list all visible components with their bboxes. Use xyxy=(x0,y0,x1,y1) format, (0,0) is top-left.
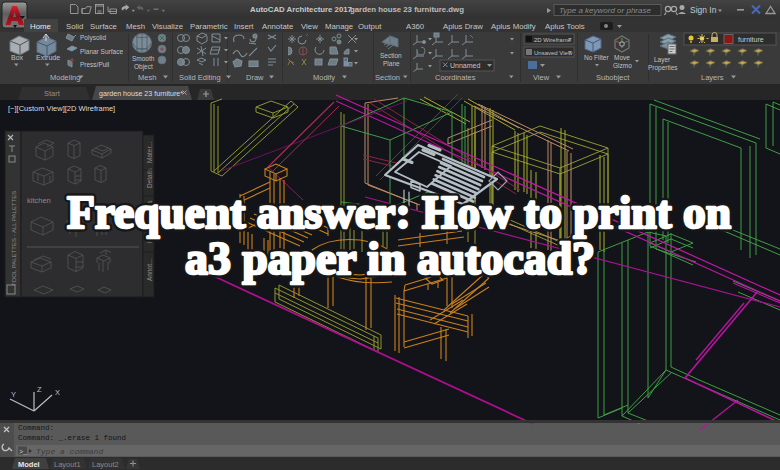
svg-text:Frequent answer: How to print: Frequent answer: How to print on xyxy=(67,187,731,238)
svg-text:Draw: Draw xyxy=(246,73,264,82)
svg-text:Type a keyword or phrase: Type a keyword or phrase xyxy=(559,6,651,15)
svg-text:Aplus Modify: Aplus Modify xyxy=(491,22,536,31)
svg-text:Subobject: Subobject xyxy=(596,73,630,82)
svg-text:Model: Model xyxy=(18,460,40,469)
svg-text:Sign In: Sign In xyxy=(690,5,717,15)
svg-text:2D Wireframe: 2D Wireframe xyxy=(534,37,572,43)
svg-text:Smooth: Smooth xyxy=(132,55,155,62)
svg-text:Start: Start xyxy=(44,89,61,98)
svg-text:Press/Pull: Press/Pull xyxy=(80,61,110,68)
svg-text:Box: Box xyxy=(11,54,24,61)
svg-text:Type a command: Type a command xyxy=(36,447,103,456)
svg-text:Extrude: Extrude xyxy=(36,54,60,61)
svg-text:Home: Home xyxy=(30,22,51,31)
svg-text:Section: Section xyxy=(380,52,402,59)
svg-text:Solid: Solid xyxy=(66,22,83,31)
svg-text:AutoCAD Architecture 2017: AutoCAD Architecture 2017 xyxy=(250,5,352,14)
svg-text:Modify: Modify xyxy=(313,73,335,82)
svg-text:Plane: Plane xyxy=(383,60,400,67)
svg-text:View: View xyxy=(533,73,550,82)
svg-text:A360: A360 xyxy=(406,22,425,31)
svg-text:Layout2: Layout2 xyxy=(92,460,119,469)
svg-text:Mater...: Mater... xyxy=(146,141,153,163)
svg-text:>_: >_ xyxy=(19,448,28,456)
svg-text:kitchen: kitchen xyxy=(27,196,51,205)
svg-text:Aplus Tools: Aplus Tools xyxy=(545,22,585,31)
svg-text:Visualize: Visualize xyxy=(152,22,183,31)
svg-text:Surface: Surface xyxy=(90,22,117,31)
svg-text:No Filter: No Filter xyxy=(584,54,609,61)
svg-text:Output: Output xyxy=(358,22,382,31)
svg-text:Unsaved View: Unsaved View xyxy=(534,50,573,56)
svg-text:Aplus Draw: Aplus Draw xyxy=(443,22,483,31)
svg-text:Move: Move xyxy=(614,54,630,61)
svg-text:Command: _.erase 1 found: Command: _.erase 1 found xyxy=(18,434,126,442)
svg-text:Modeling: Modeling xyxy=(50,73,80,82)
svg-text:Parametric: Parametric xyxy=(190,22,228,31)
svg-text:TOOL PALETTES - ALL PALETTES: TOOL PALETTES - ALL PALETTES xyxy=(11,191,17,286)
svg-text:View: View xyxy=(301,22,318,31)
svg-text:Y: Y xyxy=(11,390,16,399)
svg-text:Mesh: Mesh xyxy=(126,22,145,31)
svg-text:Command:: Command: xyxy=(18,424,54,432)
svg-text:Layout1: Layout1 xyxy=(54,460,81,469)
svg-text:Manage: Manage xyxy=(325,22,353,31)
svg-text:Object: Object xyxy=(134,63,153,71)
svg-text:furniture: furniture xyxy=(738,36,764,43)
svg-text:Unnamed: Unnamed xyxy=(450,62,480,69)
svg-text:Insert: Insert xyxy=(234,22,254,31)
svg-text:Layers: Layers xyxy=(701,73,724,82)
svg-text:Layer: Layer xyxy=(654,56,671,64)
svg-text:Gizmo: Gizmo xyxy=(613,62,632,69)
svg-text:Planar Surface: Planar Surface xyxy=(80,48,123,55)
svg-text:[−][Custom View][2D Wireframe]: [−][Custom View][2D Wireframe] xyxy=(8,104,115,113)
svg-text:Mesh: Mesh xyxy=(138,73,156,82)
svg-text:Z: Z xyxy=(37,385,42,394)
svg-text:a3 paper in autocad?: a3 paper in autocad? xyxy=(185,233,595,284)
svg-text:Section: Section xyxy=(375,73,400,82)
svg-text:Solid Editing: Solid Editing xyxy=(179,73,221,82)
svg-text:Coordinates: Coordinates xyxy=(435,73,476,82)
svg-text:garden house 23 furniture.dwg: garden house 23 furniture.dwg xyxy=(350,5,464,14)
svg-text:garden house 23 furniture*: garden house 23 furniture* xyxy=(99,90,183,98)
svg-text:Properties: Properties xyxy=(648,64,678,72)
svg-text:Annotate: Annotate xyxy=(262,22,293,31)
svg-text:X: X xyxy=(55,388,60,397)
svg-text:Polysolid: Polysolid xyxy=(80,34,106,42)
svg-text:Annot...: Annot... xyxy=(146,258,153,281)
